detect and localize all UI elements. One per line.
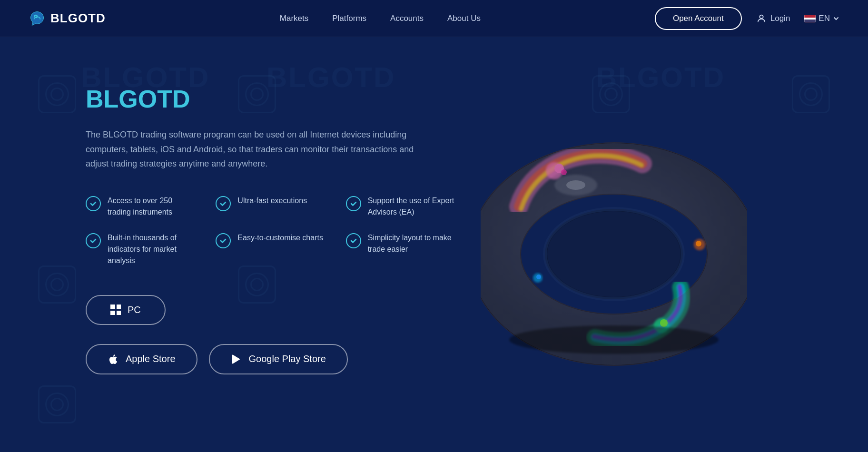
feature-item-3: Support the use of Expert Advisors (EA) [346, 195, 457, 218]
login-label: Login [770, 14, 790, 23]
nav-accounts[interactable]: Accounts [390, 14, 424, 23]
store-buttons: Apple Store Google Play Store [86, 344, 466, 374]
apple-store-button[interactable]: Apple Store [86, 344, 197, 374]
check-icon-5 [216, 233, 231, 248]
flag-icon [804, 15, 816, 22]
page-title: BLGOTD [86, 85, 466, 113]
svg-point-9 [696, 241, 701, 246]
apple-store-label: Apple Store [126, 354, 176, 364]
feature-item-6: Simplicity layout to make trade easier [346, 232, 457, 266]
check-icon-1 [86, 196, 101, 211]
feature-item-2: Ultra-fast executions [216, 195, 326, 218]
feature-text-5: Easy-to-customise charts [237, 232, 323, 244]
brand-logo-area[interactable]: BLGOTD [29, 10, 106, 27]
watermark-5 [38, 265, 76, 304]
user-icon [756, 13, 767, 24]
brand-name: BLGOTD [50, 11, 106, 26]
check-icon-4 [86, 233, 101, 248]
main-content: BLGOTD BLGOTD BLGOTD BLGOTD The BLGOTD t… [0, 37, 868, 452]
hero-visual [466, 66, 761, 423]
svg-point-11 [536, 275, 541, 279]
feature-text-3: Support the use of Expert Advisors (EA) [368, 195, 457, 218]
nav-markets[interactable]: Markets [280, 14, 308, 23]
svg-point-15 [547, 211, 681, 297]
google-play-icon [231, 354, 242, 365]
svg-point-18 [509, 325, 719, 354]
feature-text-6: Simplicity layout to make trade easier [368, 232, 457, 255]
check-icon-3 [346, 196, 361, 211]
navbar-right: Open Account Login EN [655, 7, 839, 30]
feature-text-1: Access to over 250 trading instruments [108, 195, 197, 218]
feature-item-4: Built-in thousands of indicators for mar… [86, 232, 197, 266]
windows-icon [110, 305, 121, 315]
chevron-down-icon [833, 15, 839, 22]
watermark-4 [792, 75, 830, 113]
pc-download-button[interactable]: PC [86, 295, 166, 325]
feature-text-4: Built-in thousands of indicators for mar… [108, 232, 197, 266]
language-label: EN [819, 14, 830, 23]
nav-about-us[interactable]: About Us [447, 14, 481, 23]
login-link[interactable]: Login [756, 13, 790, 24]
language-selector[interactable]: EN [804, 14, 839, 23]
torus-3d [481, 102, 747, 387]
feature-item-5: Easy-to-customise charts [216, 232, 326, 266]
nav-platforms[interactable]: Platforms [332, 14, 366, 23]
hero-description: The BLGOTD trading software program can … [86, 128, 438, 171]
nav-links: Markets Platforms Accounts About Us [280, 14, 481, 23]
feature-text-2: Ultra-fast executions [237, 195, 307, 206]
open-account-button[interactable]: Open Account [655, 7, 742, 30]
apple-icon [108, 354, 119, 365]
features-grid: Access to over 250 trading instruments U… [86, 195, 457, 266]
check-icon-2 [216, 196, 231, 211]
navbar: BLGOTD Markets Platforms Accounts About … [0, 0, 868, 37]
google-play-label: Google Play Store [249, 354, 326, 364]
watermark-1 [38, 75, 76, 113]
pc-button-label: PC [128, 305, 141, 315]
watermark-7 [38, 385, 76, 423]
google-play-button[interactable]: Google Play Store [209, 344, 348, 374]
check-icon-6 [346, 233, 361, 248]
svg-point-0 [760, 15, 763, 18]
torus-svg [481, 102, 747, 387]
feature-item-1: Access to over 250 trading instruments [86, 195, 197, 218]
hero-left: BLGOTD The BLGOTD trading software progr… [86, 66, 466, 423]
